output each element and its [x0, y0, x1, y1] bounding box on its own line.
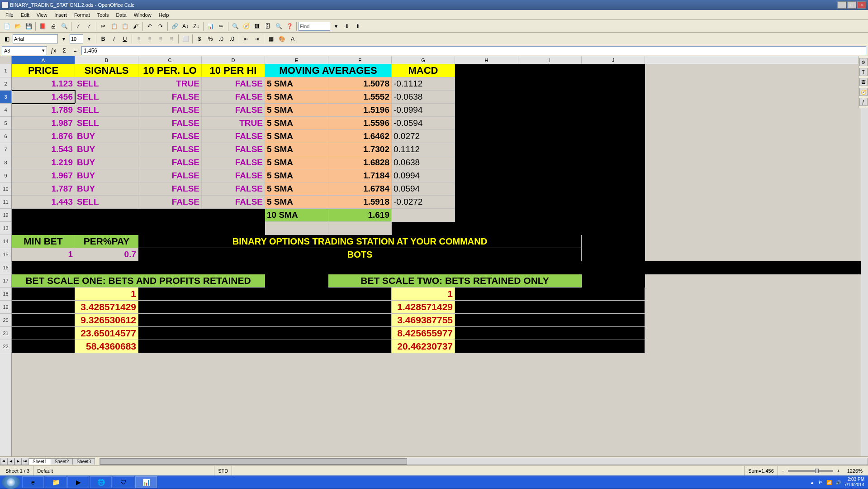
cell-C10[interactable]: FALSE	[138, 182, 202, 196]
cell-C4[interactable]: FALSE	[138, 104, 202, 117]
cell-D4[interactable]: FALSE	[202, 104, 265, 117]
spellcheck-button[interactable]: ✓	[73, 21, 83, 31]
cell-D8[interactable]: FALSE	[202, 156, 265, 169]
name-box[interactable]: A3 ▾	[2, 46, 47, 55]
cell-H21[interactable]	[455, 327, 645, 340]
cell-C14[interactable]: BINARY OPTIONS TRADING STATION AT YOUR C…	[138, 235, 582, 248]
cell-B14[interactable]: PER%PAY	[75, 235, 138, 248]
borders-button[interactable]: ▦	[266, 34, 276, 44]
status-mode[interactable]: STD	[214, 466, 232, 475]
justify-button[interactable]: ≡	[166, 34, 176, 44]
taskbar-explorer[interactable]: 📁	[45, 476, 66, 488]
format-paint-button[interactable]: 🖌	[131, 21, 141, 31]
start-button[interactable]	[2, 475, 20, 489]
sheet-tab-2[interactable]: Sheet2	[51, 458, 73, 465]
cell-I3[interactable]	[518, 91, 582, 104]
row-header-22[interactable]: 22	[0, 340, 11, 353]
cell-J4[interactable]	[582, 104, 645, 117]
cell-J1[interactable]	[582, 64, 645, 77]
cell-A12[interactable]	[12, 209, 265, 222]
tray-action-icon[interactable]: 🏳	[818, 480, 823, 485]
cell-G7[interactable]: 0.1112	[392, 143, 455, 156]
cell-F12[interactable]: 1.619	[328, 209, 392, 222]
add-decimal-button[interactable]: .0	[216, 34, 226, 44]
row-header-19[interactable]: 19	[0, 301, 11, 314]
cell-H9[interactable]	[455, 169, 518, 182]
col-header-I[interactable]: I	[518, 56, 582, 64]
cell-A11[interactable]: 1.443	[12, 196, 75, 209]
cell-G8[interactable]: 0.0638	[392, 156, 455, 169]
cell-D10[interactable]: FALSE	[202, 182, 265, 196]
font-size-dropdown-icon[interactable]: ▾	[84, 34, 94, 44]
cell-E10[interactable]: 5 SMA	[265, 182, 328, 196]
row-header-8[interactable]: 8	[0, 156, 11, 169]
cell-B9[interactable]: BUY	[75, 169, 138, 182]
cell-I6[interactable]	[518, 130, 582, 143]
cell-B5[interactable]: SELL	[75, 117, 138, 130]
font-size-input[interactable]	[70, 34, 83, 43]
undo-button[interactable]: ↶	[145, 21, 155, 31]
cell-F17[interactable]: BET SCALE TWO: BETS RETAINED ONLY	[328, 274, 582, 288]
cell-A7[interactable]: 1.543	[12, 143, 75, 156]
row-header-21[interactable]: 21	[0, 327, 11, 340]
row-header-7[interactable]: 7	[0, 143, 11, 156]
taskbar-media[interactable]: ▶	[67, 476, 89, 488]
cell-J17[interactable]	[582, 274, 645, 288]
cell-G10[interactable]: 0.0594	[392, 182, 455, 196]
navigator-icon[interactable]: 🧭	[859, 88, 868, 96]
menu-window[interactable]: Window	[130, 11, 155, 19]
cell-A1[interactable]: PRICE	[12, 64, 75, 77]
cell-E6[interactable]: 5 SMA	[265, 130, 328, 143]
zoom-out-icon[interactable]: −	[782, 468, 784, 474]
col-header-H[interactable]: H	[455, 56, 518, 64]
cell-I11[interactable]	[518, 196, 582, 209]
cell-H3[interactable]	[455, 91, 518, 104]
cell-F10[interactable]: 1.6784	[328, 182, 392, 196]
menu-help[interactable]: Help	[155, 11, 173, 19]
name-box-dropdown-icon[interactable]: ▾	[42, 48, 45, 53]
cell-H22[interactable]	[455, 340, 645, 353]
cell-D6[interactable]: FALSE	[202, 130, 265, 143]
col-header-B[interactable]: B	[75, 56, 138, 64]
cell-I9[interactable]	[518, 169, 582, 182]
copy-button[interactable]: 📋	[109, 21, 119, 31]
cell-I4[interactable]	[518, 104, 582, 117]
cell-A20[interactable]	[12, 314, 75, 327]
align-center-button[interactable]: ≡	[145, 34, 155, 44]
cell-A6[interactable]: 1.876	[12, 130, 75, 143]
cell-F9[interactable]: 1.7184	[328, 169, 392, 182]
cell-H7[interactable]	[455, 143, 518, 156]
cell-A16[interactable]	[12, 261, 645, 274]
menu-view[interactable]: View	[33, 11, 51, 19]
cell-F4[interactable]: 1.5196	[328, 104, 392, 117]
cell-D3[interactable]: FALSE	[202, 91, 265, 104]
cell-H12[interactable]	[455, 209, 645, 222]
show-draw-button[interactable]: ✏	[216, 21, 226, 31]
cell-B7[interactable]: BUY	[75, 143, 138, 156]
cell-A8[interactable]: 1.219	[12, 156, 75, 169]
zoom-slider[interactable]	[788, 470, 833, 472]
function-wizard-button[interactable]: ƒx	[49, 46, 58, 55]
redo-button[interactable]: ↷	[156, 21, 166, 31]
menu-edit[interactable]: Edit	[17, 11, 33, 19]
minimize-button[interactable]: _	[837, 1, 846, 9]
cell-B18[interactable]: 1	[75, 288, 138, 301]
cell-E11[interactable]: 5 SMA	[265, 196, 328, 209]
cell-D7[interactable]: FALSE	[202, 143, 265, 156]
cell-E17[interactable]	[265, 274, 328, 288]
cell-F11[interactable]: 1.5918	[328, 196, 392, 209]
cell-B22[interactable]: 58.4360683	[75, 340, 138, 353]
cell-J5[interactable]	[582, 117, 645, 130]
styles-button[interactable]: ◧	[2, 34, 12, 44]
zoom-in-icon[interactable]: +	[837, 468, 840, 474]
cell-B15[interactable]: 0.7	[75, 248, 138, 261]
cell-G1[interactable]: MACD	[392, 64, 455, 77]
cell-F8[interactable]: 1.6828	[328, 156, 392, 169]
cell-J7[interactable]	[582, 143, 645, 156]
cell-E5[interactable]: 5 SMA	[265, 117, 328, 130]
row-header-17[interactable]: 17	[0, 274, 11, 288]
cell-I8[interactable]	[518, 156, 582, 169]
find-toolbar-button[interactable]: 🔍	[230, 21, 240, 31]
underline-button[interactable]: U	[120, 34, 130, 44]
percent-button[interactable]: %	[205, 34, 215, 44]
